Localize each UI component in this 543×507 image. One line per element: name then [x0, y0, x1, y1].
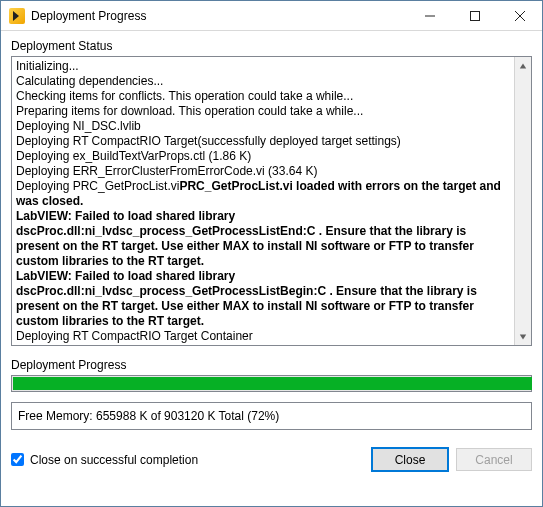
window-buttons [407, 1, 542, 30]
log-line: Deployment completed with errors [16, 344, 510, 346]
svg-rect-1 [470, 11, 479, 20]
app-icon [9, 8, 25, 24]
titlebar: Deployment Progress [1, 1, 542, 31]
log-line: LabVIEW: Failed to load shared library d… [16, 209, 510, 269]
status-log: Initializing...Calculating dependencies.… [11, 56, 532, 346]
log-line: Initializing... [16, 59, 510, 74]
log-line: Checking items for conflicts. This opera… [16, 89, 510, 104]
maximize-button[interactable] [452, 1, 497, 30]
log-line: LabVIEW: Failed to load shared library d… [16, 269, 510, 329]
log-line: Deploying ex_BuildTextVarProps.ctl (1.86… [16, 149, 510, 164]
scroll-up-icon[interactable] [515, 57, 531, 74]
memory-status: Free Memory: 655988 K of 903120 K Total … [11, 402, 532, 430]
log-line: Calculating dependencies... [16, 74, 510, 89]
svg-marker-4 [520, 63, 526, 68]
memory-text: Free Memory: 655988 K of 903120 K Total … [18, 409, 279, 423]
log-line: Deploying PRC_GetProcList.viPRC_GetProcL… [16, 179, 510, 209]
log-line: Preparing items for download. This opera… [16, 104, 510, 119]
log-line: Deploying RT CompactRIO Target(successfu… [16, 134, 510, 149]
cancel-button: Cancel [456, 448, 532, 471]
scroll-track[interactable] [515, 74, 531, 328]
window-title: Deployment Progress [31, 9, 407, 23]
close-on-success-input[interactable] [11, 453, 24, 466]
checkbox-label: Close on successful completion [30, 453, 198, 467]
svg-marker-5 [520, 334, 526, 339]
close-on-success-checkbox[interactable]: Close on successful completion [11, 453, 198, 467]
progress-label: Deployment Progress [11, 358, 532, 372]
minimize-button[interactable] [407, 1, 452, 30]
footer-row: Close on successful completion Close Can… [11, 448, 532, 471]
log-line: Deploying ERR_ErrorClusterFromErrorCode.… [16, 164, 510, 179]
log-line: Deploying RT CompactRIO Target Container [16, 329, 510, 344]
close-button[interactable]: Close [372, 448, 448, 471]
status-label: Deployment Status [11, 39, 532, 53]
progress-fill [13, 377, 532, 390]
close-window-button[interactable] [497, 1, 542, 30]
status-log-text: Initializing...Calculating dependencies.… [12, 57, 514, 346]
dialog-content: Deployment Status Initializing...Calcula… [1, 31, 542, 481]
scrollbar[interactable] [514, 57, 531, 345]
scroll-down-icon[interactable] [515, 328, 531, 345]
progress-bar [11, 375, 532, 392]
log-line: Deploying NI_DSC.lvlib [16, 119, 510, 134]
